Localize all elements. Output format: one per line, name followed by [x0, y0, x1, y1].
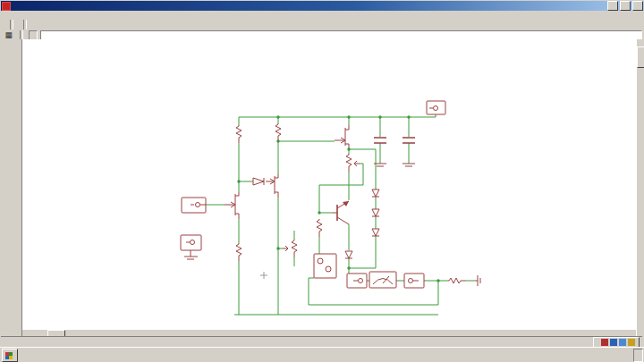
title-bar[interactable]	[1, 1, 644, 11]
toolbar-separator	[23, 20, 27, 29]
status-message	[1, 340, 593, 346]
schematic-wires	[206, 114, 475, 315]
taskbar	[0, 347, 644, 362]
ime-pad-icon[interactable]	[610, 339, 617, 346]
windows-flag-icon	[5, 352, 13, 359]
command-input[interactable]	[40, 30, 642, 40]
component-symbols	[181, 101, 480, 288]
app-icon	[2, 2, 11, 11]
ime-dictionary-icon[interactable]	[619, 339, 626, 346]
minimize-button[interactable]	[607, 1, 618, 11]
toolbar-separator	[10, 20, 13, 29]
tool-palette-grid	[0, 39, 21, 50]
ime-tool-icon[interactable]	[601, 339, 608, 346]
schematic-canvas[interactable]	[22, 39, 636, 329]
schematic-drawing[interactable]	[22, 39, 636, 329]
vertical-scrollbar[interactable]	[636, 39, 644, 336]
origin-cross	[260, 272, 267, 279]
vertical-scrollbar-thumb[interactable]	[637, 46, 644, 68]
close-button[interactable]	[632, 1, 643, 11]
main-toolbar	[1, 19, 644, 30]
tool-palette	[0, 39, 22, 336]
command-toolbar: ▦	[1, 30, 644, 39]
coordinate-display	[29, 30, 38, 40]
toolbar-separator	[20, 30, 23, 40]
system-tray	[633, 349, 643, 362]
menu-bar	[1, 11, 642, 19]
ime-props-icon[interactable]	[628, 339, 635, 346]
restore-button[interactable]	[620, 1, 631, 11]
transistor-arrow	[343, 201, 349, 206]
start-button[interactable]	[2, 349, 18, 362]
